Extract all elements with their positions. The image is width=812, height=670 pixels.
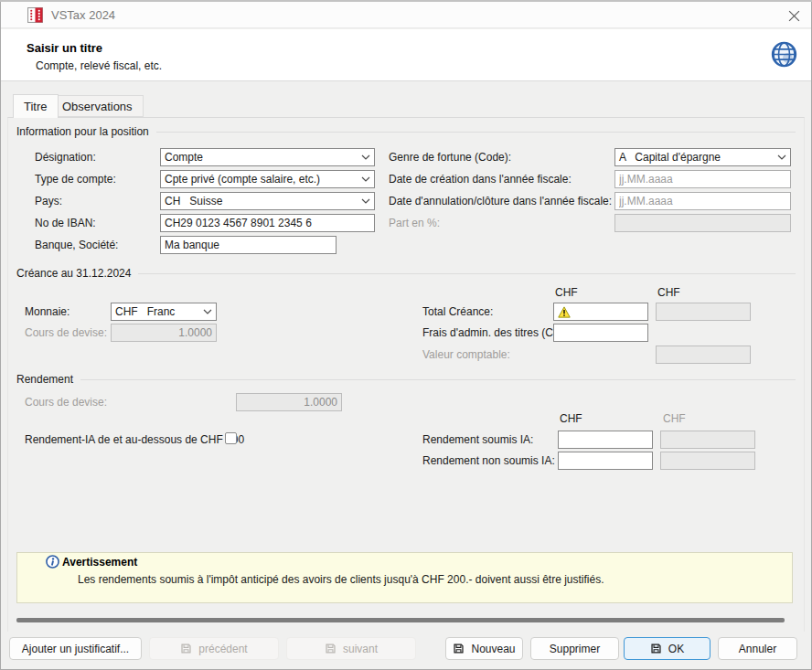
floppy-disk-icon	[453, 643, 465, 654]
group-rendement: Rendement	[16, 373, 796, 386]
soumis-ia-input[interactable]	[558, 431, 653, 449]
tab-titre-label: Titre	[24, 100, 48, 113]
group-position: Information pour la position	[16, 125, 796, 138]
window-title: VSTax 2024	[51, 8, 115, 22]
previous-label: précédent	[198, 643, 247, 655]
ok-button[interactable]: OK	[624, 637, 710, 660]
banque-label: Banque, Société:	[35, 239, 118, 251]
chevron-down-icon	[358, 176, 374, 182]
page-subtitle: Compte, relevé fiscal, etc.	[36, 59, 162, 72]
non-soumis-ia-input[interactable]	[558, 452, 653, 470]
total-creance-label: Total Créance:	[422, 305, 493, 318]
date-annulation-label: Date d'annulation/clôture dans l'année f…	[389, 195, 612, 207]
iban-label: No de IBAN:	[35, 217, 96, 229]
monnaie-label: Monnaie:	[25, 305, 69, 318]
tab-observations-label: Observations	[62, 100, 133, 113]
group-line	[80, 379, 796, 380]
rendement-ia-checkbox[interactable]	[225, 432, 237, 444]
non-soumis-ia-chf-input	[660, 452, 755, 470]
cancel-button[interactable]: Annuler	[718, 637, 797, 660]
rendement-cours-label: Cours de devise:	[25, 396, 107, 409]
chevron-down-icon	[358, 154, 374, 160]
monnaie-combobox[interactable]: CHF Franc	[111, 303, 217, 321]
globe-icon	[770, 40, 798, 69]
close-icon[interactable]	[785, 6, 803, 25]
cancel-label: Annuler	[739, 643, 776, 655]
genre-fortune-value: A Capital d'épargne	[615, 151, 774, 164]
part-label: Part en %:	[389, 217, 440, 229]
valeur-comptable-label: Valeur comptable:	[422, 348, 510, 361]
warning-triangle-icon	[558, 306, 571, 318]
monnaie-value: CHF Franc	[112, 305, 199, 318]
type-compte-label: Type de compte:	[35, 173, 116, 186]
designation-value: Compte	[161, 151, 358, 164]
designation-combobox[interactable]: Compte	[160, 148, 375, 166]
creance-cours-label: Cours de devise:	[25, 326, 107, 339]
type-compte-combobox[interactable]: Cpte privé (compte salaire, etc.)	[160, 170, 375, 188]
pays-label: Pays:	[35, 195, 62, 207]
genre-fortune-combobox[interactable]: A Capital d'épargne	[614, 148, 791, 166]
non-soumis-ia-label: Rendement non soumis IA:	[422, 454, 555, 467]
soumis-ia-label: Rendement soumis IA:	[422, 433, 533, 446]
creance-col2-header: CHF	[657, 286, 680, 299]
creance-col1-header: CHF	[555, 286, 578, 299]
next-button: suivant	[286, 637, 416, 660]
next-label: suivant	[343, 643, 378, 655]
frais-admin-label: Frais d'admin. des titres (CHF):	[422, 326, 574, 339]
ok-label: OK	[668, 643, 684, 655]
add-justificatif-label: Ajouter un justificatif...	[22, 643, 129, 655]
date-creation-input[interactable]	[614, 170, 791, 188]
floppy-disk-icon	[180, 643, 192, 654]
page-title: Saisir un titre	[27, 41, 102, 55]
rendement-ia-checkbox-label: Rendement-IA de et au-dessous de CHF 200	[25, 433, 244, 446]
group-creance: Créance au 31.12.2024	[16, 267, 796, 280]
designation-label: Désignation:	[35, 151, 96, 164]
rendement-col1-header: CHF	[560, 412, 582, 425]
warning-message: Les rendements soumis à l'impôt anticipé…	[78, 573, 604, 586]
delete-button[interactable]: Supprimer	[530, 637, 619, 660]
new-button[interactable]: Nouveau	[445, 637, 523, 660]
genre-fortune-label: Genre de fortune (Code):	[389, 151, 511, 164]
title-bar[interactable]: VSTax 2024	[1, 2, 811, 28]
frais-admin-input[interactable]	[553, 324, 648, 342]
delete-label: Supprimer	[550, 643, 600, 655]
previous-button: précédent	[149, 637, 279, 660]
floppy-disk-icon	[650, 643, 662, 654]
chevron-down-icon	[199, 309, 216, 314]
new-label: Nouveau	[471, 643, 515, 655]
soumis-ia-chf-input	[660, 431, 755, 449]
footer-separator	[16, 618, 785, 622]
date-annulation-input[interactable]	[614, 192, 791, 210]
info-icon	[46, 555, 59, 569]
type-compte-value: Cpte privé (compte salaire, etc.)	[161, 173, 358, 186]
dialog-window: VSTax 2024 Saisir un titre Compte, relev…	[0, 0, 812, 670]
group-creance-title: Créance au 31.12.2024	[16, 267, 131, 280]
dialog-header: Saisir un titre Compte, relevé fiscal, e…	[1, 29, 811, 81]
group-line	[156, 132, 796, 133]
iban-input[interactable]	[160, 214, 375, 232]
group-position-title: Information pour la position	[16, 125, 149, 138]
rendement-col2-header: CHF	[663, 412, 686, 425]
group-rendement-title: Rendement	[16, 373, 73, 386]
total-creance-chf-input	[656, 303, 751, 321]
total-creance-input[interactable]	[553, 303, 648, 321]
banque-input[interactable]	[160, 236, 337, 254]
date-creation-label: Date de création dans l'année fiscale:	[389, 173, 572, 186]
chevron-down-icon	[774, 154, 790, 160]
rendement-cours-input	[236, 393, 342, 411]
floppy-disk-icon	[325, 643, 337, 654]
valeur-comptable-input	[656, 346, 751, 364]
tab-titre[interactable]: Titre	[13, 94, 59, 118]
valais-shield-icon	[27, 7, 43, 23]
chevron-down-icon	[358, 198, 374, 204]
pays-value: CH Suisse	[161, 195, 358, 207]
creance-cours-input	[111, 324, 217, 342]
part-input	[614, 214, 791, 232]
tab-observations[interactable]: Observations	[51, 95, 144, 117]
group-line	[138, 273, 796, 274]
pays-combobox[interactable]: CH Suisse	[160, 192, 375, 210]
add-justificatif-button[interactable]: Ajouter un justificatif...	[9, 637, 142, 660]
warning-title: Avertissement	[62, 556, 137, 569]
